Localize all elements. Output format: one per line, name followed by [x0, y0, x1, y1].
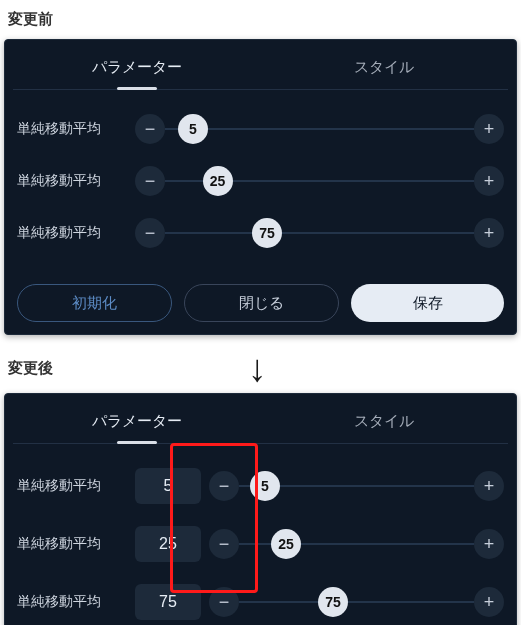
plus-button[interactable]: +	[474, 166, 504, 196]
slider-thumb[interactable]: 25	[203, 166, 233, 196]
minus-button[interactable]: −	[209, 471, 239, 501]
param-row: 単純移動平均 5 − 5 +	[17, 468, 504, 504]
value-input[interactable]: 25	[135, 526, 201, 562]
slider-thumb[interactable]: 75	[318, 587, 348, 617]
save-button[interactable]: 保存	[351, 284, 504, 322]
slider-track[interactable]: 75	[165, 232, 474, 234]
slider-track[interactable]: 5	[165, 128, 474, 130]
slider-thumb[interactable]: 5	[250, 471, 280, 501]
param-label: 単純移動平均	[17, 224, 135, 242]
slider: − 5 +	[135, 114, 504, 144]
slider-track[interactable]: 25	[239, 543, 474, 545]
slider-thumb[interactable]: 25	[271, 529, 301, 559]
tab-style[interactable]: スタイル	[261, 402, 509, 443]
plus-button[interactable]: +	[474, 471, 504, 501]
close-button[interactable]: 閉じる	[184, 284, 339, 322]
slider-track[interactable]: 75	[239, 601, 474, 603]
param-label: 単純移動平均	[17, 593, 135, 611]
footer: 初期化 閉じる 保存	[13, 280, 508, 326]
minus-button[interactable]: −	[209, 587, 239, 617]
parameter-rows: 単純移動平均 − 5 + 単純移動平均 − 25 + 単純移動平均 −	[13, 100, 508, 274]
tab-parameters[interactable]: パラメーター	[13, 48, 261, 89]
arrow-down-icon: ↓	[248, 347, 267, 389]
reset-button[interactable]: 初期化	[17, 284, 172, 322]
param-label: 単純移動平均	[17, 120, 135, 138]
minus-button[interactable]: −	[135, 166, 165, 196]
plus-button[interactable]: +	[474, 529, 504, 559]
tab-style[interactable]: スタイル	[261, 48, 509, 89]
tab-bar: パラメーター スタイル	[13, 48, 508, 90]
panel-before: パラメーター スタイル 単純移動平均 − 5 + 単純移動平均 − 25 +	[4, 39, 517, 335]
slider-thumb[interactable]: 75	[252, 218, 282, 248]
heading-after: 変更後	[8, 359, 53, 378]
minus-button[interactable]: −	[135, 218, 165, 248]
slider: − 25 +	[135, 166, 504, 196]
plus-button[interactable]: +	[474, 218, 504, 248]
plus-button[interactable]: +	[474, 114, 504, 144]
slider-thumb[interactable]: 5	[178, 114, 208, 144]
param-row: 単純移動平均 − 75 +	[17, 218, 504, 248]
value-input[interactable]: 75	[135, 584, 201, 620]
param-row: 単純移動平均 − 5 +	[17, 114, 504, 144]
parameter-rows: 単純移動平均 5 − 5 + 単純移動平均 25 − 25 + 単純移動平均	[13, 454, 508, 625]
panel-after: パラメーター スタイル 単純移動平均 5 − 5 + 単純移動平均 25 − 2…	[4, 393, 517, 625]
slider: − 5 +	[209, 471, 504, 501]
value-input[interactable]: 5	[135, 468, 201, 504]
tab-parameters[interactable]: パラメーター	[13, 402, 261, 443]
param-label: 単純移動平均	[17, 477, 135, 495]
param-label: 単純移動平均	[17, 535, 135, 553]
tab-bar: パラメーター スタイル	[13, 402, 508, 444]
slider-track[interactable]: 5	[239, 485, 474, 487]
slider: − 75 +	[209, 587, 504, 617]
minus-button[interactable]: −	[135, 114, 165, 144]
param-row: 単純移動平均 75 − 75 +	[17, 584, 504, 620]
plus-button[interactable]: +	[474, 587, 504, 617]
slider-track[interactable]: 25	[165, 180, 474, 182]
param-row: 単純移動平均 − 25 +	[17, 166, 504, 196]
param-row: 単純移動平均 25 − 25 +	[17, 526, 504, 562]
minus-button[interactable]: −	[209, 529, 239, 559]
slider: − 75 +	[135, 218, 504, 248]
slider: − 25 +	[209, 529, 504, 559]
heading-before: 変更前	[8, 10, 513, 29]
param-label: 単純移動平均	[17, 172, 135, 190]
